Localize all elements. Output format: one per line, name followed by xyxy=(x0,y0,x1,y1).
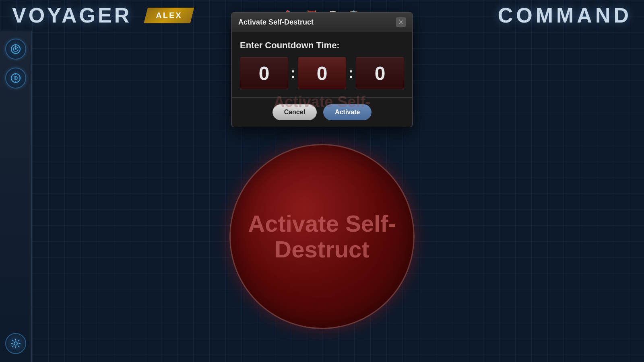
modal-header: Activate Self-Destruct × xyxy=(232,12,412,32)
modal-overlay: Activate Self-Destruct × Enter Countdown… xyxy=(0,0,644,362)
modal-close-button[interactable]: × xyxy=(396,17,406,27)
modal-title: Activate Self-Destruct xyxy=(238,18,314,27)
cancel-button[interactable]: Cancel xyxy=(272,104,317,120)
hours-field[interactable]: 0 xyxy=(240,57,288,89)
hours-value: 0 xyxy=(259,62,270,84)
seconds-field[interactable]: 0 xyxy=(356,57,404,89)
countdown-inputs: 0 : 0 : 0 xyxy=(240,57,404,89)
minutes-field[interactable]: 0 xyxy=(298,57,346,89)
separator-1: : xyxy=(288,65,298,82)
modal-footer: Cancel Activate xyxy=(232,97,412,127)
separator-2: : xyxy=(346,65,356,82)
activate-self-destruct-modal: Activate Self-Destruct × Enter Countdown… xyxy=(231,12,413,127)
countdown-label: Enter Countdown Time: xyxy=(240,40,404,51)
activate-button[interactable]: Activate xyxy=(323,104,372,120)
minutes-value: 0 xyxy=(317,62,328,84)
modal-body: Enter Countdown Time: 0 : 0 : 0 xyxy=(232,32,412,97)
seconds-value: 0 xyxy=(375,62,386,84)
